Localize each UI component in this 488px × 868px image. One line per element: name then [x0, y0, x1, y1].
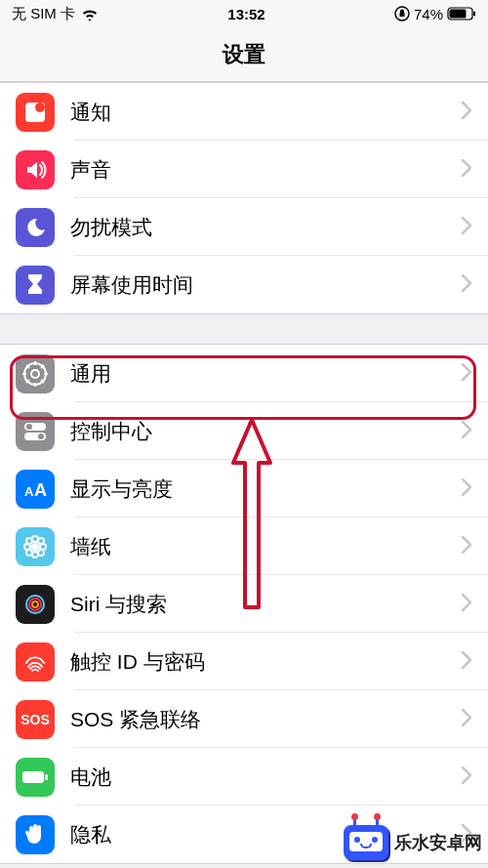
- row-label: 通知: [70, 99, 461, 126]
- status-left: 无 SIM 卡: [12, 5, 99, 23]
- settings-row-touchid[interactable]: 触控 ID 与密码: [0, 633, 488, 690]
- page-title: 设置: [223, 40, 265, 69]
- chevron-right-icon: [461, 158, 472, 182]
- svg-text:A: A: [34, 480, 47, 499]
- siri-icon: [16, 585, 55, 624]
- row-label: 触控 ID 与密码: [70, 648, 461, 676]
- hourglass-icon: [16, 266, 55, 305]
- svg-rect-35: [22, 771, 44, 783]
- gear-icon: [16, 354, 55, 393]
- svg-point-17: [26, 424, 32, 430]
- battery-status-icon: [447, 7, 476, 21]
- settings-row-screentime[interactable]: 屏幕使用时间: [0, 256, 488, 313]
- chevron-right-icon: [461, 420, 472, 443]
- svg-rect-2: [449, 10, 466, 19]
- carrier-text: 无 SIM 卡: [12, 5, 75, 23]
- settings-row-sos[interactable]: SOSSOS 紧急联络: [0, 690, 488, 748]
- settings-row-controlcenter[interactable]: 控制中心: [0, 402, 488, 460]
- text-size-icon: AA: [16, 470, 55, 509]
- flower-icon: [16, 527, 55, 566]
- settings-row-wallpaper[interactable]: 墙纸: [0, 517, 488, 575]
- svg-point-29: [26, 550, 32, 556]
- row-label: 通用: [70, 360, 461, 388]
- chevron-right-icon: [461, 216, 472, 239]
- svg-rect-3: [473, 12, 475, 17]
- chevron-right-icon: [461, 593, 472, 616]
- battery-icon: [16, 758, 55, 797]
- svg-point-19: [38, 434, 44, 439]
- row-label: 勿扰模式: [70, 214, 461, 241]
- svg-point-30: [38, 550, 44, 556]
- fingerprint-icon: [16, 642, 55, 682]
- moon-icon: [16, 208, 55, 247]
- settings-row-notifications[interactable]: 通知: [0, 83, 488, 141]
- battery-pct: 74%: [414, 6, 443, 22]
- row-label: 墙纸: [70, 533, 461, 560]
- svg-point-5: [35, 103, 45, 112]
- svg-point-7: [31, 370, 39, 378]
- watermark-logo-icon: [344, 825, 388, 860]
- notifications-icon: [16, 93, 55, 132]
- settings-group: 通用控制中心AA显示与亮度墙纸Siri 与搜索触控 ID 与密码SOSSOS 紧…: [0, 344, 488, 864]
- chevron-right-icon: [461, 765, 472, 789]
- toggles-icon: [16, 412, 55, 451]
- settings-row-sounds[interactable]: 声音: [0, 141, 488, 198]
- settings-row-general[interactable]: 通用: [0, 345, 488, 402]
- svg-rect-36: [45, 774, 48, 780]
- status-bar: 无 SIM 卡 13:52 74%: [0, 0, 488, 27]
- sounds-icon: [16, 150, 55, 189]
- chevron-right-icon: [461, 650, 472, 674]
- row-label: 声音: [70, 156, 461, 184]
- watermark: 乐水安卓网: [344, 825, 482, 860]
- settings-row-battery[interactable]: 电池: [0, 748, 488, 806]
- status-right: 74%: [394, 6, 476, 22]
- chevron-right-icon: [461, 273, 472, 297]
- page-header: 设置: [0, 27, 488, 82]
- row-label: 屏幕使用时间: [70, 271, 461, 299]
- watermark-text: 乐水安卓网: [394, 831, 482, 854]
- row-label: SOS 紧急联络: [70, 706, 461, 733]
- svg-text:A: A: [24, 484, 34, 499]
- row-label: 显示与亮度: [70, 475, 461, 503]
- settings-row-display[interactable]: AA显示与亮度: [0, 460, 488, 517]
- chevron-right-icon: [461, 362, 472, 386]
- settings-row-dnd[interactable]: 勿扰模式: [0, 198, 488, 256]
- row-label: 电池: [70, 764, 461, 791]
- orientation-lock-icon: [394, 6, 410, 21]
- svg-point-22: [31, 543, 39, 551]
- wifi-icon: [81, 8, 99, 21]
- chevron-right-icon: [461, 101, 472, 124]
- chevron-right-icon: [461, 535, 472, 558]
- svg-point-28: [38, 538, 44, 544]
- row-label: 控制中心: [70, 418, 461, 445]
- row-label: Siri 与搜索: [70, 591, 461, 618]
- settings-row-siri[interactable]: Siri 与搜索: [0, 575, 488, 633]
- hand-icon: [16, 815, 55, 854]
- chevron-right-icon: [461, 477, 472, 501]
- settings-group: 通知声音勿扰模式屏幕使用时间: [0, 82, 488, 314]
- clock: 13:52: [227, 6, 264, 22]
- svg-point-27: [26, 538, 32, 544]
- chevron-right-icon: [461, 708, 472, 731]
- sos-icon: SOS: [16, 700, 55, 739]
